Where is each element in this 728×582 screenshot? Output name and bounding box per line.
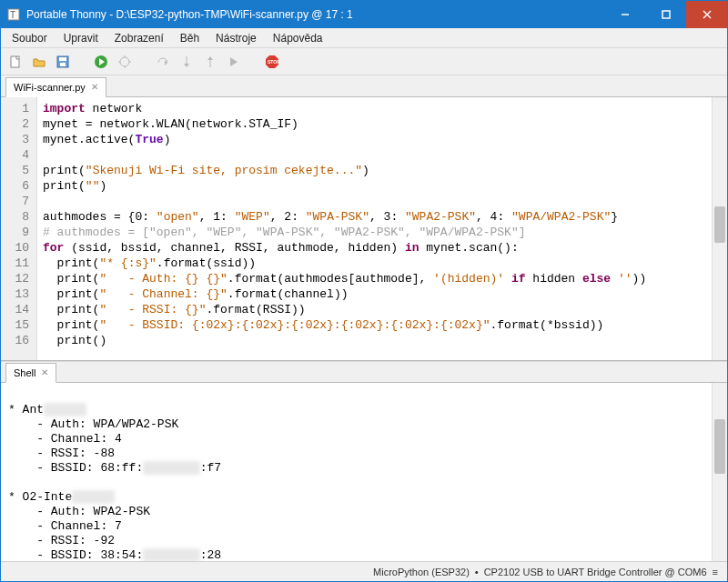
- toolbar: STOP: [1, 48, 727, 75]
- svg-text:STOP: STOP: [268, 59, 279, 65]
- resume-icon[interactable]: [225, 53, 243, 71]
- code-editor[interactable]: 12345678910111213141516 import network m…: [1, 97, 727, 361]
- menu-help[interactable]: Nápověda: [266, 30, 330, 46]
- minimize-button[interactable]: [604, 1, 645, 28]
- menu-bar: Soubor Upravit Zobrazení Běh Nástroje Ná…: [1, 28, 727, 48]
- shell-output[interactable]: * Antxxxxxx - Auth: WPA/WPA2-PSK - Chann…: [1, 383, 712, 561]
- tab-wifi-scanner[interactable]: WiFi-scanner.py ✕: [5, 77, 106, 97]
- toolbar-separator: [139, 53, 148, 71]
- svg-rect-9: [60, 63, 66, 66]
- line-gutter: 12345678910111213141516: [1, 97, 37, 360]
- menu-edit[interactable]: Upravit: [56, 30, 106, 46]
- editor-tabbar: WiFi-scanner.py ✕: [1, 75, 727, 97]
- svg-rect-8: [59, 57, 66, 61]
- svg-marker-19: [184, 64, 189, 67]
- status-bar: MicroPython (ESP32) • CP2102 USB to UART…: [1, 561, 727, 581]
- shell-scrollbar[interactable]: [712, 383, 727, 561]
- shell-panel: * Antxxxxxx - Auth: WPA/WPA2-PSK - Chann…: [1, 383, 727, 561]
- tab-shell[interactable]: Shell ✕: [5, 363, 56, 383]
- status-port[interactable]: CP2102 USB to UART Bridge Controller @ C…: [484, 567, 707, 577]
- scrollbar-thumb[interactable]: [714, 419, 725, 474]
- shell-tabbar: Shell ✕: [1, 361, 727, 383]
- title-bar: T Portable Thonny - D:\ESP32-python-TMP\…: [1, 1, 727, 28]
- debug-icon[interactable]: [116, 53, 134, 71]
- toolbar-separator: [248, 53, 258, 71]
- menu-file[interactable]: Soubor: [5, 30, 55, 46]
- stop-icon[interactable]: STOP: [263, 53, 281, 71]
- svg-rect-3: [662, 11, 670, 18]
- toolbar-separator: [77, 53, 86, 71]
- svg-point-12: [120, 57, 129, 66]
- menu-run[interactable]: Běh: [173, 30, 207, 46]
- status-separator: •: [475, 567, 479, 577]
- code-area[interactable]: import network mynet = network.WLAN(netw…: [37, 97, 712, 360]
- step-into-icon[interactable]: [177, 53, 196, 71]
- maximize-button[interactable]: [645, 1, 686, 28]
- app-icon: T: [6, 7, 21, 22]
- close-button[interactable]: [686, 1, 727, 28]
- tab-label: WiFi-scanner.py: [14, 82, 86, 93]
- svg-rect-6: [11, 56, 19, 67]
- svg-marker-21: [207, 56, 213, 60]
- status-menu-icon[interactable]: ≡: [713, 567, 718, 577]
- editor-scrollbar[interactable]: [712, 97, 727, 360]
- save-file-icon[interactable]: [54, 53, 72, 71]
- run-icon[interactable]: [92, 53, 110, 71]
- open-file-icon[interactable]: [30, 53, 48, 71]
- scrollbar-thumb[interactable]: [714, 206, 725, 243]
- shell-tab-label: Shell: [14, 367, 35, 378]
- tab-close-icon[interactable]: ✕: [91, 83, 98, 92]
- menu-tools[interactable]: Nástroje: [208, 30, 264, 46]
- step-over-icon[interactable]: [154, 53, 172, 71]
- new-file-icon[interactable]: [6, 53, 25, 71]
- menu-view[interactable]: Zobrazení: [107, 30, 171, 46]
- step-out-icon[interactable]: [201, 53, 219, 71]
- tab-close-icon[interactable]: ✕: [41, 368, 48, 377]
- status-interpreter[interactable]: MicroPython (ESP32): [373, 567, 470, 577]
- svg-text:T: T: [10, 10, 15, 20]
- svg-marker-22: [230, 57, 238, 66]
- window-title: Portable Thonny - D:\ESP32-python-TMP\Wi…: [26, 8, 604, 21]
